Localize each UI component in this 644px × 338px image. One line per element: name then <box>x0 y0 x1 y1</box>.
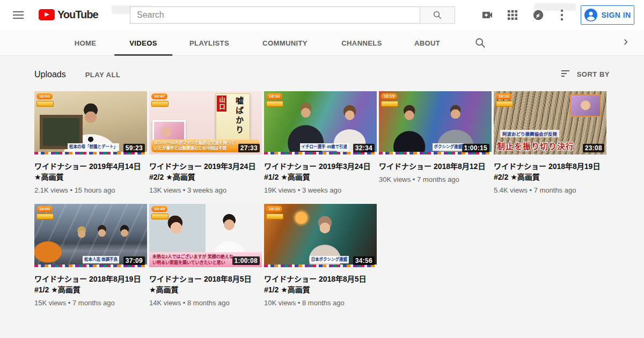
video-duration-badge: 1:00:15 <box>462 144 489 152</box>
avatar-icon <box>584 9 597 21</box>
video-meta: 10K views • 8 months ago <box>264 299 377 307</box>
sign-in-button[interactable]: SIGN IN <box>581 5 634 25</box>
show-logo-chip <box>36 214 54 219</box>
video-title[interactable]: ワイドナショー 2018年8月19日 #2/2 ★高画質 <box>494 161 603 182</box>
broadcast-clock-badge: 10:15 <box>381 93 397 99</box>
video-meta: 19K views • 3 weeks ago <box>264 186 377 194</box>
video-title[interactable]: ワイドナショー 2019年3月24日 #1/2 ★高画質 <box>264 161 374 182</box>
video-thumbnail[interactable]: 10:16 32:34 イチロー選手 45歳で引退 <box>264 91 377 155</box>
video-duration-badge: 37:09 <box>123 256 145 265</box>
video-title[interactable]: ワイドナショー 2019年4月14日 ★高画質 <box>34 161 144 182</box>
video-meta: 2.1K views • 15 hours ago <box>34 186 147 194</box>
video-duration-badge: 1:00:08 <box>232 256 260 265</box>
channel-tab-strip: HOMEVIDEOSPLAYLISTSCOMMUNITYCHANNELSABOU… <box>0 30 644 56</box>
thumbnail-caption-chip: ボクシング連盟 <box>433 143 464 151</box>
video-meta: 30K views • 7 months ago <box>379 175 492 183</box>
video-duration-badge: 27:33 <box>238 144 260 152</box>
video-thumbnail[interactable]: 10:47 27:33 山口嘘ばかりメンバー12人がファンと私的な交流を持ってい… <box>149 91 262 155</box>
show-logo-chip <box>496 101 513 107</box>
video-card[interactable]: 10:47 27:33 山口嘘ばかりメンバー12人がファンと私的な交流を持ってい… <box>149 91 262 194</box>
video-card[interactable]: 10:15 1:00:15 ボクシング連盟 ワイドナショー 2018年8月12日… <box>379 91 492 183</box>
video-card[interactable]: 10:10 34:56 日本ボクシング連盟 ワイドナショー 2018年8月5日 … <box>264 204 377 307</box>
more-options-icon[interactable] <box>558 9 566 21</box>
upload-video-icon[interactable] <box>481 9 494 21</box>
video-title[interactable]: ワイドナショー 2019年3月24日 #2/2 ★高画質 <box>149 161 259 182</box>
youtube-logo-text: YouTube <box>57 9 98 21</box>
broadcast-clock-badge: 10:45 <box>151 206 167 212</box>
video-meta: 14K views • 8 months ago <box>149 299 262 307</box>
section-title-uploads: Uploads <box>34 70 66 79</box>
thumbnail-caption-redsmall: 阿波おどり振興協会が反発 <box>500 130 559 137</box>
video-title[interactable]: ワイドナショー 2018年8月5日 #1/2 ★高画質 <box>264 274 374 295</box>
video-card[interactable]: 10:03 59:23 松本の母「前園とデート」 ワイドナショー 2019年4月… <box>34 91 147 194</box>
search-button[interactable] <box>420 6 455 24</box>
video-card[interactable]: 10:26 23:08 阿波おどり振興協会が反発制止を振り切り決行 ワイドナショ… <box>494 91 606 194</box>
video-meta: 13K views • 3 weeks ago <box>149 186 262 194</box>
thumbnail-caption-tabloid: 嘘ばかり <box>233 97 245 135</box>
search-icon <box>433 10 442 20</box>
video-card[interactable]: 10:45 1:00:08 未熟な2人ではございますが 笑顔の絶えない明るい家庭… <box>149 204 262 307</box>
tabs-overflow-chevron-icon[interactable]: › <box>624 34 628 49</box>
video-title[interactable]: ワイドナショー 2018年8月12日 <box>379 161 488 172</box>
broadcast-clock-badge: 10:03 <box>36 93 53 99</box>
show-logo-chip <box>36 101 54 107</box>
thumbnail-caption-chip: 松本人志 体調不良 <box>83 256 119 263</box>
video-meta: 15K views • 7 months ago <box>34 299 147 307</box>
tab-videos[interactable]: VIDEOS <box>114 30 172 56</box>
broadcast-clock-badge: 10:26 <box>496 93 512 99</box>
apps-grid-icon[interactable] <box>506 9 519 21</box>
show-logo-chip <box>266 101 283 107</box>
play-all-button[interactable]: PLAY ALL <box>85 71 121 79</box>
show-logo-chip <box>151 214 169 219</box>
youtube-channel-videos-page: YouTube SIGN IN HOMEVIDEOSPLAYLISTSCOMMU… <box>0 0 644 338</box>
thumbnail-caption-chip: 日本ボクシング連盟 <box>310 256 349 263</box>
messages-icon[interactable] <box>532 9 545 21</box>
video-title[interactable]: ワイドナショー 2018年8月19日 #1/2 ★高画質 <box>34 274 144 295</box>
tab-home[interactable]: HOME <box>60 30 112 56</box>
show-logo-chip <box>151 101 169 107</box>
video-meta: 5.4K views • 7 months ago <box>494 186 606 194</box>
show-logo-chip <box>381 101 398 107</box>
video-thumbnail[interactable]: 10:45 1:00:08 未熟な2人ではございますが 笑顔の絶えない明るい家庭… <box>149 204 262 267</box>
broadcast-clock-badge: 10:00 <box>36 206 53 212</box>
tab-playlists[interactable]: PLAYLISTS <box>174 30 244 56</box>
video-thumbnail[interactable]: 10:26 23:08 阿波おどり振興協会が反発制止を振り切り決行 <box>494 91 606 155</box>
sort-by-button[interactable]: SORT BY <box>561 70 610 78</box>
sign-in-label: SIGN IN <box>602 11 631 19</box>
video-duration-badge: 59:23 <box>123 144 145 152</box>
youtube-play-icon <box>39 9 55 20</box>
broadcast-clock-badge: 10:47 <box>151 93 167 99</box>
tab-channels[interactable]: CHANNELS <box>326 30 397 56</box>
video-duration-badge: 32:34 <box>353 144 375 152</box>
sort-icon <box>561 70 569 78</box>
channel-search-icon[interactable] <box>474 37 486 49</box>
sort-by-label: SORT BY <box>577 70 610 78</box>
search-input[interactable] <box>130 6 420 24</box>
broadcast-clock-badge: 10:10 <box>266 206 282 212</box>
thumbnail-caption-redbig: 制止を振り切り決行 <box>497 140 574 151</box>
tab-community[interactable]: COMMUNITY <box>247 30 323 56</box>
youtube-logo[interactable]: YouTube <box>39 9 98 21</box>
video-thumbnail[interactable]: 10:03 59:23 松本の母「前園とデート」 <box>34 91 147 155</box>
show-logo-chip <box>266 214 283 219</box>
thumbnail-caption-chip: 松本の母「前園とデート」 <box>68 143 119 151</box>
video-duration-badge: 23:08 <box>583 144 604 152</box>
video-card[interactable]: 10:00 37:09 松本人志 体調不良 ワイドナショー 2018年8月19日… <box>34 204 147 307</box>
thumbnail-caption-tag: 山口 <box>217 95 226 112</box>
video-duration-badge: 34:56 <box>353 256 375 265</box>
video-thumbnail[interactable]: 10:15 1:00:15 ボクシング連盟 <box>379 91 492 155</box>
tab-about[interactable]: ABOUT <box>399 30 455 56</box>
broadcast-clock-badge: 10:16 <box>266 93 282 99</box>
video-thumbnail[interactable]: 10:00 37:09 松本人志 体調不良 <box>34 204 147 267</box>
top-app-bar: YouTube SIGN IN <box>0 0 644 30</box>
video-card[interactable]: 10:16 32:34 イチロー選手 45歳で引退 ワイドナショー 2019年3… <box>264 91 377 194</box>
thumbnail-caption-chip: イチロー選手 45歳で引退 <box>300 143 349 151</box>
video-title[interactable]: ワイドナショー 2018年8月5日 ★高画質 <box>149 274 259 295</box>
menu-icon[interactable] <box>13 11 24 19</box>
video-thumbnail[interactable]: 10:10 34:56 日本ボクシング連盟 <box>264 204 377 267</box>
